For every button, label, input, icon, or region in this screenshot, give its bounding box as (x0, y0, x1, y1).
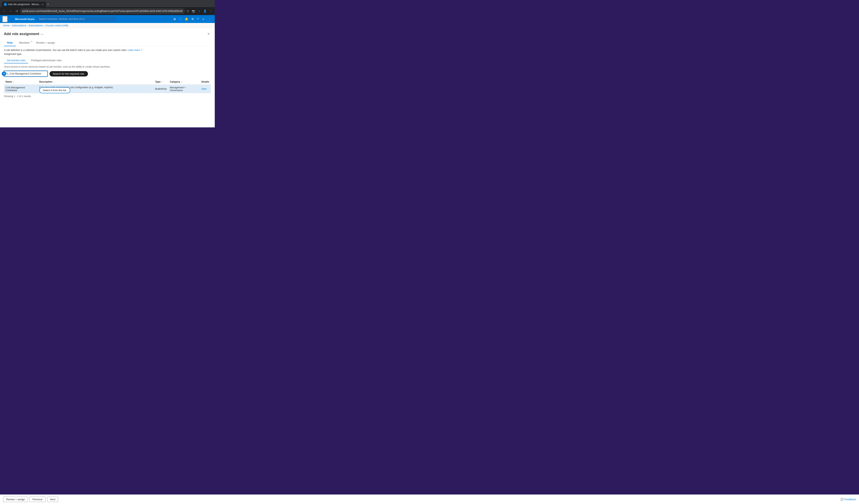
bookmark-icon[interactable]: ☆ (197, 9, 201, 14)
tab-members[interactable]: Members ● (16, 40, 33, 46)
sort-desc-icon[interactable]: ↑↓ (53, 81, 55, 83)
col-header-details: Details (200, 79, 211, 85)
address-bar[interactable] (20, 8, 185, 14)
table-row[interactable]: Cost Management Contributor Can view cos… (4, 85, 211, 93)
breadcrumb: Home › Subscriptions › Subscriptions › |… (0, 23, 215, 28)
breadcrumb-subscription-name[interactable]: Subscriptions (29, 24, 43, 27)
cell-type: BuiltInRole (153, 85, 168, 93)
global-search-input[interactable] (37, 16, 116, 21)
profile-nav-button[interactable]: 👤 (207, 17, 212, 21)
cloud-shell-icon[interactable]: ⊞ (172, 17, 177, 21)
nav-right-icons: ⊞ ⬚ 🔔 ⚙ ? ☺ 👤 (172, 17, 212, 21)
breadcrumb-home[interactable]: Home (3, 24, 10, 27)
sort-cat-icon[interactable]: ↑↓ (181, 81, 183, 83)
cell-category: Management + Governance (168, 85, 200, 93)
breadcrumb-access-control[interactable]: | Access control (IAM) (45, 24, 68, 27)
cell-description: Can view costs and manage cost configura… (37, 85, 153, 93)
search-box: 🔍 (4, 71, 47, 76)
tab-title: Add role assignment - Micros... (8, 3, 41, 6)
tab-bar: A Add role assignment - Micros... × + (0, 0, 215, 7)
view-details-link[interactable]: View (201, 88, 207, 90)
refresh-button[interactable]: ↺ (14, 9, 19, 14)
directory-icon[interactable]: ⬚ (178, 17, 183, 21)
feedback-nav-icon[interactable]: ☺ (201, 17, 206, 21)
search-icon: 🔍 (6, 72, 9, 75)
screenshot-icon[interactable]: 📷 (191, 9, 196, 14)
menu-icon[interactable]: ⋮ (208, 9, 213, 14)
step-4-badge: 4 (2, 72, 6, 76)
select-tooltip: Select it from the list. (39, 87, 70, 93)
profile-icon[interactable]: 👤 (202, 9, 208, 14)
search-tooltip: Search for the required role. (49, 71, 88, 76)
azure-portal: ☰ Microsoft Azure ⊞ ⬚ 🔔 ⚙ ? ☺ 👤 Home › S… (0, 15, 215, 127)
learn-more-link[interactable]: Learn more ↗ (127, 49, 142, 51)
hamburger-menu[interactable]: ☰ (2, 16, 7, 22)
add-role-assignment-panel: Add role assignment — × Role Members ● R… (0, 28, 215, 127)
sub-tab-privileged-admin[interactable]: Privileged administrator roles (28, 58, 64, 63)
toolbar-icons: ⊡ 📷 ☆ 👤 ⋮ (186, 9, 213, 14)
tab-members-dot: ● (31, 41, 32, 43)
cast-icon[interactable]: ⊡ (186, 9, 190, 14)
close-tab-button[interactable]: × (42, 3, 43, 6)
new-tab-button[interactable]: + (46, 2, 50, 6)
sub-tab-job-function[interactable]: Job function roles (4, 58, 28, 63)
settings-icon[interactable]: ⚙ (190, 17, 195, 21)
active-tab: A Add role assignment - Micros... × (2, 2, 46, 7)
col-header-description: Description ↑↓ (37, 79, 153, 85)
search-row: 4 🔍 Search for the required role. (4, 71, 211, 76)
sub-tabs: Job function roles Privileged administra… (4, 58, 211, 63)
browser-chrome: A Add role assignment - Micros... × + ← … (0, 0, 215, 15)
role-search-input[interactable] (10, 72, 46, 75)
table-header: Name ↑↓ Description ↑↓ Type ↑↓ Category … (4, 79, 211, 85)
browser-toolbar: ← → ↺ ⊡ 📷 ☆ 👤 ⋮ (0, 7, 215, 15)
azure-navbar: ☰ Microsoft Azure ⊞ ⬚ 🔔 ⚙ ? ☺ 👤 (0, 15, 215, 23)
azure-logo-icon (10, 17, 14, 20)
sub-tab-description: Grant access to Azure resources based on… (4, 65, 211, 68)
col-header-type: Type ↑↓ (153, 79, 168, 85)
cell-details: View (200, 85, 211, 93)
col-header-category: Category ↑↓ (168, 79, 200, 85)
tab-role[interactable]: Role (4, 40, 16, 46)
sort-name-icon[interactable]: ↑↓ (13, 81, 15, 83)
forward-button[interactable]: → (8, 9, 14, 14)
azure-logo[interactable]: Microsoft Azure (10, 17, 34, 20)
role-table: Name ↑↓ Description ↑↓ Type ↑↓ Category … (4, 79, 211, 93)
sort-type-icon[interactable]: ↑↓ (161, 81, 163, 83)
table-body: Cost Management Contributor Can view cos… (4, 85, 211, 93)
cell-name: Cost Management Contributor (4, 85, 37, 93)
panel-description: A role definition is a collection of per… (4, 49, 211, 51)
back-button[interactable]: ← (2, 9, 7, 14)
panel-title: Add role assignment (4, 32, 39, 36)
assignment-type-label: Assignment type (4, 53, 211, 56)
tab-review-assign[interactable]: Review + assign (33, 40, 58, 46)
breadcrumb-subscriptions[interactable]: Subscriptions (12, 24, 26, 27)
tab-favicon: A (4, 3, 7, 6)
panel-close-button[interactable]: × (206, 31, 211, 36)
col-header-name: Name ↑↓ (4, 79, 37, 85)
help-icon[interactable]: ? (196, 17, 200, 21)
results-count: Showing 1 - 1 of 1 results. (4, 95, 211, 98)
notifications-icon[interactable]: 🔔 (184, 17, 190, 21)
panel-header: Add role assignment — × (4, 31, 211, 36)
panel-tabs: Role Members ● Review + assign (4, 40, 211, 46)
